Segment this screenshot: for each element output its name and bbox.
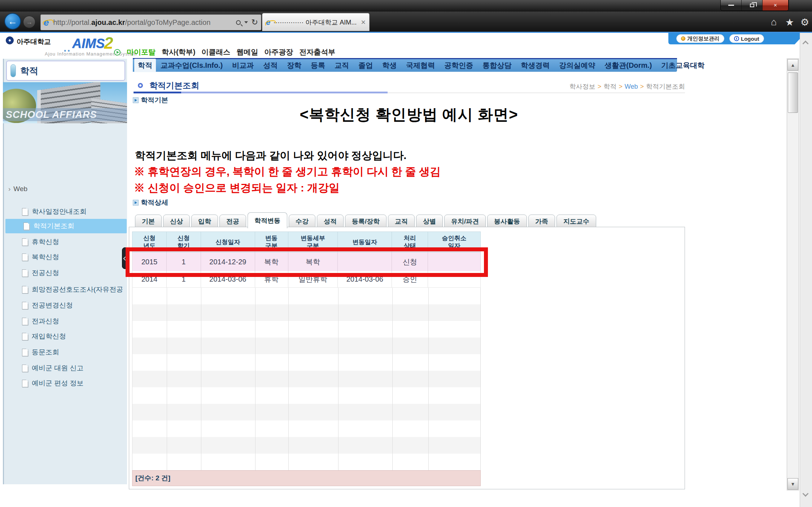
menubar-scholarship[interactable]: 장학 <box>282 59 306 72</box>
menubar-room[interactable]: 강의실예약 <box>554 59 600 72</box>
menubar-teaching[interactable]: 교직 <box>330 59 354 72</box>
menubar-basic-edu[interactable]: 기초교육대학 <box>656 59 709 72</box>
menubar-hakjeok[interactable]: 학적 <box>134 59 156 72</box>
main-menubar: 학적 교과수업(Cls.Info.) 비교과 성적 장학 등록 교직 졸업 학생… <box>133 58 677 72</box>
browser-scroll-down-icon[interactable] <box>803 491 809 497</box>
tab-admission[interactable]: 입학 <box>191 215 218 228</box>
scroll-thumb[interactable] <box>788 72 798 113</box>
sidebar-item-reserve-info[interactable]: 예비군 편성 정보 <box>4 376 127 391</box>
sidebar-item-readmission[interactable]: 재입학신청 <box>4 329 127 344</box>
sidebar-item-major-pref[interactable]: 희망전공선호도조사(자유전공 <box>4 282 127 297</box>
sidebar-item-leave[interactable]: 휴학신청 <box>4 235 127 249</box>
sidebar-item-major-change[interactable]: 전공변경신청 <box>4 298 127 313</box>
tab-dispatch[interactable]: 유치/파견 <box>444 215 486 228</box>
menubar-courses[interactable]: 교과수업(Cls.Info.) <box>156 59 227 72</box>
back-button[interactable]: ← <box>4 13 21 30</box>
scroll-up-button[interactable]: ▲ <box>787 59 798 71</box>
sidebar-item-transfer[interactable]: 전과신청 <box>4 314 127 329</box>
tab-major[interactable]: 전공 <box>219 215 246 228</box>
browser-tab[interactable]: e ·············· 아주대학교 AIM... × <box>262 13 370 31</box>
top-menu-eclass[interactable]: 이클래스 <box>201 47 230 57</box>
top-menu-haksa[interactable]: 학사(학부) <box>162 47 195 57</box>
refresh-icon[interactable]: ↻ <box>252 18 258 27</box>
aims-logo-2: 2 <box>104 33 113 53</box>
sidebar-item-record-basic[interactable]: 학적기본조회 <box>5 219 127 233</box>
annotation-heading: <복학신청 확인방법 예시 화면> <box>133 105 685 125</box>
tab-close-icon[interactable]: × <box>361 18 366 26</box>
tab-personal[interactable]: 신상 <box>163 215 190 228</box>
restore-button[interactable] <box>742 0 763 10</box>
top-menu: 마이포탈 학사(학부) 이클래스 웹메일 아주광장 전자출석부 <box>114 47 335 57</box>
forward-button[interactable]: → <box>23 16 35 28</box>
menubar-dorm[interactable]: 생활관(Dorm.) <box>600 59 656 72</box>
tab-content-panel: 신청년도 신청학기 신청일자 변동구분 변동세부구분 변동일자 처리상태 승인취… <box>129 227 685 489</box>
photo-caption: SCHOOL AFFIARS <box>6 109 97 120</box>
annotation-red-1: ※ 휴학연장의 경우, 복학이 한 줄 생기고 휴학이 다시 한 줄 생김 <box>134 164 441 179</box>
menubar-registration[interactable]: 등록 <box>306 59 330 72</box>
privacy-button[interactable]: 개인정보관리 <box>676 34 724 43</box>
menubar-student[interactable]: 학생 <box>377 59 401 72</box>
close-button[interactable]: × <box>763 0 789 10</box>
tab-teaching[interactable]: 교직 <box>388 215 415 228</box>
section-record-basic: 학적기본 <box>133 96 168 105</box>
document-icon <box>22 208 28 216</box>
section-record-detail: 학적상세 <box>133 198 168 207</box>
browser-titlebar <box>0 0 812 12</box>
menubar-career[interactable]: 학생경력 <box>516 59 554 72</box>
tab-basic[interactable]: 기본 <box>135 215 162 228</box>
sidebar-item-alumni[interactable]: 동문조회 <box>4 345 127 360</box>
address-bar[interactable]: e http://portal.ajou.ac.kr/portal/goToMy… <box>40 14 261 30</box>
url-text[interactable]: http://portal.ajou.ac.kr/portal/goToMyPa… <box>53 18 236 27</box>
tab-family[interactable]: 가족 <box>528 215 555 228</box>
table-row-2014[interactable]: 2014 1 2014-03-06 휴학 일반휴학 2014-03-06 승인 <box>132 271 481 288</box>
search-dropdown-icon[interactable] <box>244 21 248 23</box>
settings-gear-icon[interactable]: ⚙ <box>800 17 809 28</box>
document-icon <box>22 302 28 309</box>
sidebar-item-major[interactable]: 전공신청 <box>4 266 127 280</box>
sidebar-item-return[interactable]: 복학신청 <box>4 250 127 264</box>
tab-registration-scholarship[interactable]: 등록/장학 <box>345 215 387 228</box>
document-icon <box>22 349 28 356</box>
search-icon[interactable] <box>236 20 241 25</box>
scroll-down-button[interactable]: ▼ <box>787 478 798 490</box>
table-row-2015[interactable]: 2015 1 2014-12-29 복학 복학 신청 <box>132 252 481 271</box>
tab-grades[interactable]: 성적 <box>317 215 344 228</box>
menubar-noncurricular[interactable]: 비교과 <box>227 59 258 72</box>
tab-award-discipline[interactable]: 상별 <box>416 215 443 228</box>
tab-record-change[interactable]: 학적변동 <box>248 212 287 228</box>
minimize-button[interactable] <box>721 0 742 10</box>
page-title: 학적기본조회 <box>149 80 199 91</box>
logout-button[interactable]: Logout <box>729 34 764 43</box>
sidebar-collapse-handle[interactable] <box>122 247 127 269</box>
tab-advisor[interactable]: 지도교수 <box>556 215 596 228</box>
favorites-star-icon[interactable]: ★ <box>785 17 794 28</box>
browser-scrollbar[interactable] <box>800 33 812 507</box>
menubar-abeek[interactable]: 공학인증 <box>440 59 478 72</box>
top-menu-webmail[interactable]: 웹메일 <box>236 47 258 57</box>
document-icon <box>22 253 28 261</box>
window-controls: × <box>720 0 789 11</box>
ie-icon: e <box>44 18 49 27</box>
top-menu-myportal[interactable]: 마이포탈 <box>127 47 156 57</box>
sidebar-module-box: 학적 <box>6 61 125 81</box>
screen: × ← → e http://portal.ajou.ac.kr/portal/… <box>0 0 812 507</box>
sidebar-group-web[interactable]: ›Web <box>8 185 27 193</box>
menubar-international[interactable]: 국제협력 <box>401 59 440 72</box>
menubar-grades[interactable]: 성적 <box>258 59 282 72</box>
header-right-band: 개인정보관리 Logout <box>668 33 806 44</box>
tab-enrollment[interactable]: 수강 <box>289 215 315 228</box>
browser-scroll-up-icon[interactable] <box>803 41 809 47</box>
top-menu-attendance[interactable]: 전자출석부 <box>299 47 335 57</box>
sidebar: 학적 SCHOOL AFFIARS ›Web 학사일정안내조회 학적기본조회 휴… <box>3 59 127 484</box>
menubar-graduation[interactable]: 졸업 <box>354 59 377 72</box>
tab-volunteer[interactable]: 봉사활동 <box>487 215 527 228</box>
title-circle-icon <box>138 83 143 88</box>
menubar-counsel[interactable]: 통합상담 <box>478 59 516 72</box>
portal-scrollbar[interactable]: ▲ ▼ <box>787 58 799 490</box>
top-menu-square[interactable]: 아주광장 <box>264 47 293 57</box>
home-icon[interactable]: ⌂ <box>771 17 777 28</box>
sidebar-item-schedule[interactable]: 학사일정안내조회 <box>4 204 127 219</box>
sidebar-item-reserve-report[interactable]: 예비군 대원 신고 <box>4 361 127 375</box>
annotation-bold: 학적기본조회 메뉴에 다음과 같이 나와 있어야 정상입니다. <box>135 149 406 163</box>
col-apply-date: 신청일자 <box>201 232 255 252</box>
